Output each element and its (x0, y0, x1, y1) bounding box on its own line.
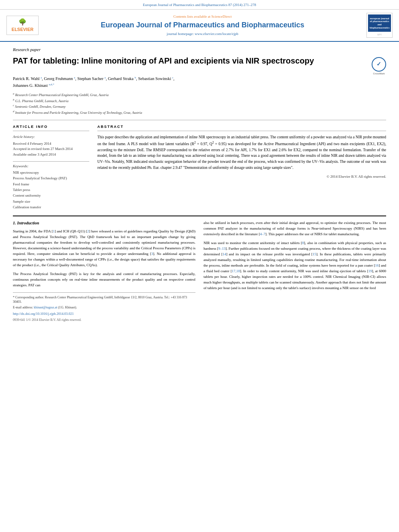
affiliation-d: d Institute for Process and Particle Eng… (13, 109, 386, 115)
authors-text-2: Johannes G. Khinast a,d,* (13, 83, 54, 88)
abstract-heading: ABSTRACT (97, 124, 386, 131)
keyword-feed: Feed frame (13, 181, 89, 187)
history-label: Article history: (13, 134, 89, 140)
doi-link: http://dx.doi.org/10.1016/j.ejpb.2014.03… (13, 312, 195, 316)
header-divider (13, 120, 386, 120)
history-revised: Accepted in revised form 27 March 2014 (13, 146, 89, 152)
elsevier-tree-icon: 🌳 (19, 18, 27, 25)
elsevier-brand-name: ELSEVIER (12, 27, 33, 32)
email-link: khinast@tugraz.at (34, 306, 57, 309)
ref-8: 8 (302, 241, 304, 245)
issn-text: 0939-641 1/© 2014 Elsevier B.V. All righ… (13, 318, 195, 322)
keyword-tablet: Tablet press (13, 187, 89, 193)
journal-center-info: Contents lists available at ScienceDirec… (43, 14, 362, 36)
article-info-heading: ARTICLE INFO (13, 124, 89, 131)
body-content: 1. Introduction Starting in 2004, the FD… (13, 220, 386, 322)
abstract-text: This paper describes the application and… (97, 134, 386, 170)
affiliation-b: b G.L. Pharma GmbH, Lannach, Austria (13, 98, 386, 104)
keywords-label: Keywords: (13, 164, 89, 169)
affiliation-c: c Sentronic GmbH, Dresden, Germany (13, 103, 386, 109)
intro-heading: 1. Introduction (13, 220, 195, 226)
history-received: Received 4 February 2014 (13, 141, 89, 147)
ref-4-7: 4–7 (260, 232, 265, 236)
info-abstract-section: ARTICLE INFO Article history: Received 4… (13, 124, 386, 210)
history-online: Available online 3 April 2014 (13, 152, 89, 158)
journal-homepage: journal homepage: www.elsevier.com/locat… (43, 31, 362, 37)
ref-2: 2 (87, 229, 89, 233)
crossmark-icon: ✓ (372, 57, 386, 72)
crossmark-badge: ✓ (372, 57, 386, 72)
affiliation-a: a Research Center Pharmaceutical Enginee… (13, 92, 386, 98)
ref-19: 19 (368, 269, 372, 273)
body-right-col: also be utilized in batch processes, eve… (204, 220, 386, 322)
ref-14: 14 (222, 252, 226, 256)
keywords-section: Keywords: NIR spectroscopy Process Analy… (13, 161, 89, 210)
footnote-corresponding: * Corresponding author. Research Center … (13, 295, 195, 304)
keyword-content: Content uniformity (13, 193, 89, 198)
affiliations: a Research Center Pharmaceutical Enginee… (13, 92, 386, 115)
body-divider (13, 216, 386, 216)
ref-16: 16 (375, 263, 379, 267)
copyright-text: © 2014 Elsevier B.V. All rights reserved… (97, 174, 386, 179)
journal-citation-bar: European Journal of Pharmaceutics and Bi… (0, 0, 399, 10)
journal-header: 🌳 ELSEVIER Contents lists available at S… (0, 10, 399, 42)
ref-9-13: 9–13 (218, 246, 226, 251)
journal-citation-text: European Journal of Pharmaceutics and Bi… (143, 3, 256, 7)
article-info-column: ARTICLE INFO Article history: Received 4… (13, 124, 89, 210)
sciencedirect-link: Contents lists available at ScienceDirec… (43, 14, 362, 19)
keyword-pat: Process Analytical Technology (PAT) (13, 175, 89, 181)
footnotes-section: * Corresponding author. Research Center … (13, 292, 195, 322)
authors-text: Patrick R. Wahl a, Georg Fruhmann a, Ste… (13, 76, 175, 81)
footnote-email: E-mail address: khinast@tugraz.at (J.G. … (13, 305, 195, 310)
and-text: and (232, 286, 237, 290)
article-type: Research paper (13, 47, 386, 53)
ref-1: 1 (53, 229, 55, 233)
abstract-column: ABSTRACT This paper describes the applic… (97, 124, 386, 210)
right-para-1: also be utilized in batch processes, eve… (204, 220, 386, 237)
elsevier-logo: 🌳 ELSEVIER (6, 16, 39, 35)
intro-para-1: Starting in 2004, the FDA [1] and ICH (Q… (13, 229, 195, 268)
body-left-col: 1. Introduction Starting in 2004, the FD… (13, 220, 195, 322)
keyword-sample: Sample size (13, 199, 89, 204)
ref-17-18: 17,18 (232, 269, 240, 273)
ref-15: 15 (313, 252, 316, 256)
article-title-text: PAT for tableting: Inline monitoring of … (13, 55, 372, 66)
right-para-2: NIR was used to monitor the content unif… (204, 240, 386, 291)
journal-thumbnail: european journal of pharmaceutics and bi… (366, 13, 393, 38)
keyword-nir: NIR spectroscopy (13, 170, 89, 175)
article-title-block: PAT for tableting: Inline monitoring of … (13, 55, 386, 72)
keyword-calibration: Calibration transfer (13, 204, 89, 210)
keywords-divider (13, 161, 89, 162)
authors-list: Patrick R. Wahl a, Georg Fruhmann a, Ste… (13, 76, 386, 90)
main-content: Research paper PAT for tableting: Inline… (0, 42, 399, 327)
journal-title: European Journal of Pharmaceutics and Bi… (43, 21, 362, 30)
ref-3: 3 (151, 252, 153, 256)
intro-para-2: The Process Analytical Technology (PAT) … (13, 271, 195, 288)
